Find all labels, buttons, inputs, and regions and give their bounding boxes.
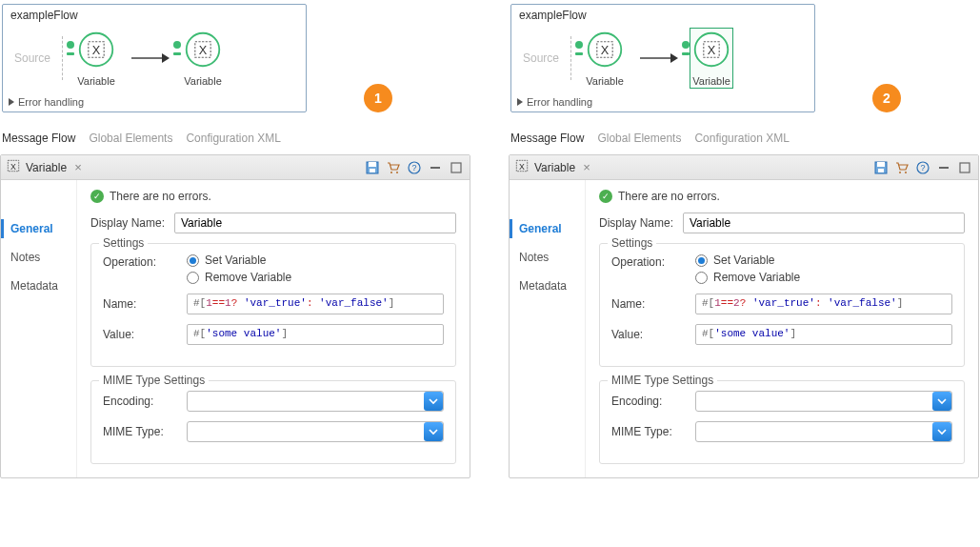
name-label: Name: (103, 297, 179, 311)
flow-node-variable-1[interactable]: X Variable (74, 28, 118, 89)
properties-title: Variable (26, 161, 67, 174)
radio-icon (187, 272, 199, 284)
tab-global-elements[interactable]: Global Elements (597, 132, 681, 145)
mimetype-label: MIME Type: (611, 425, 688, 438)
radio-icon (187, 254, 199, 267)
tab-configuration-xml[interactable]: Configuration XML (186, 132, 280, 145)
radio-remove-variable[interactable]: Remove Variable (187, 271, 291, 284)
svg-rect-18 (451, 163, 461, 172)
svg-text:X: X (519, 162, 525, 172)
flow-node-label: Variable (586, 75, 624, 87)
save-icon[interactable] (873, 160, 889, 175)
name-input[interactable]: #[1==2? 'var_true': 'var_false'] (695, 294, 952, 314)
svg-rect-30 (877, 162, 885, 167)
chevron-down-icon[interactable] (424, 422, 443, 441)
save-icon[interactable] (365, 160, 380, 175)
svg-point-33 (905, 172, 907, 173)
radio-icon (695, 272, 708, 284)
mimetype-label: MIME Type: (103, 425, 179, 438)
flow-arrow-icon (638, 51, 678, 65)
chevron-down-icon[interactable] (932, 392, 951, 411)
editor-tabs: Message Flow Global Elements Configurati… (0, 112, 470, 154)
flow-node-label: Variable (692, 75, 730, 87)
operation-label: Operation: (103, 253, 179, 269)
encoding-label: Encoding: (103, 395, 179, 408)
tab-message-flow[interactable]: Message Flow (510, 132, 584, 145)
sidebar-item-general[interactable]: General (519, 222, 575, 235)
flow-canvas: exampleFlow Source X Variable (2, 4, 307, 112)
svg-text:?: ? (411, 163, 416, 172)
sidebar-item-metadata[interactable]: Metadata (519, 279, 575, 293)
mime-legend: MIME Type Settings (608, 374, 717, 387)
mime-legend: MIME Type Settings (99, 374, 209, 387)
chevron-down-icon[interactable] (424, 392, 443, 411)
close-icon[interactable]: × (72, 160, 84, 174)
flow-node-label: Variable (184, 75, 222, 87)
svg-point-14 (396, 172, 398, 173)
variable-icon: X (515, 159, 529, 175)
value-input[interactable]: #['some value'] (695, 324, 952, 345)
help-icon[interactable]: ? (915, 160, 930, 175)
name-label: Name: (611, 297, 688, 311)
properties-header: X Variable × ? (1, 155, 470, 180)
error-handling-section[interactable]: Error handling (3, 92, 306, 110)
display-name-input[interactable] (683, 213, 965, 233)
status-row: ✓ There are no errors. (599, 190, 965, 203)
svg-text:X: X (199, 43, 208, 57)
tab-message-flow[interactable]: Message Flow (2, 132, 75, 145)
maximize-icon[interactable] (449, 160, 464, 175)
encoding-label: Encoding: (611, 395, 688, 408)
error-handling-section[interactable]: Error handling (511, 92, 814, 110)
settings-legend: Settings (608, 236, 656, 250)
radio-set-variable[interactable]: Set Variable (695, 253, 800, 267)
svg-rect-31 (878, 169, 884, 172)
mimetype-combo[interactable] (187, 421, 444, 442)
maximize-icon[interactable] (957, 160, 972, 175)
flow-node-variable-2[interactable]: X Variable (181, 28, 225, 89)
minimize-icon[interactable] (936, 160, 951, 175)
encoding-combo[interactable] (187, 391, 444, 412)
cart-icon[interactable] (894, 160, 910, 175)
properties-view: X Variable × ? General (0, 154, 470, 478)
flow-canvas: exampleFlow Source X Variable (510, 4, 815, 112)
display-name-input[interactable] (174, 213, 456, 233)
svg-rect-11 (369, 162, 376, 167)
properties-view: X Variable × ? General (509, 154, 979, 478)
chevron-right-icon (9, 98, 14, 106)
name-input[interactable]: #[1==1? 'var_true': 'var_false'] (187, 294, 444, 314)
encoding-input[interactable] (187, 391, 444, 412)
mimetype-combo[interactable] (695, 421, 952, 442)
mimetype-input[interactable] (187, 421, 444, 442)
sidebar-item-general[interactable]: General (10, 222, 67, 235)
cart-icon[interactable] (386, 160, 401, 175)
minimize-icon[interactable] (428, 160, 443, 175)
mime-fieldset: MIME Type Settings Encoding: MIME Type: (90, 380, 456, 464)
properties-header: X Variable × ? (510, 155, 978, 180)
value-label: Value: (103, 328, 179, 341)
value-input[interactable]: #['some value'] (187, 324, 444, 345)
check-icon: ✓ (90, 190, 104, 203)
radio-set-variable[interactable]: Set Variable (187, 253, 291, 267)
properties-sidebar: General Notes Metadata (510, 180, 586, 477)
status-text: There are no errors. (618, 190, 720, 203)
help-icon[interactable]: ? (407, 160, 422, 175)
radio-remove-variable[interactable]: Remove Variable (695, 271, 800, 284)
sidebar-item-notes[interactable]: Notes (10, 251, 67, 264)
editor-tabs: Message Flow Global Elements Configurati… (509, 112, 979, 154)
settings-fieldset: Settings Operation: Set Variable (90, 243, 456, 367)
chevron-down-icon[interactable] (932, 422, 951, 441)
flow-node-variable-2[interactable]: X Variable (690, 28, 733, 89)
svg-text:?: ? (920, 163, 925, 172)
flow-node-variable-1[interactable]: X Variable (583, 28, 627, 89)
sidebar-item-metadata[interactable]: Metadata (10, 279, 67, 293)
encoding-input[interactable] (695, 391, 952, 412)
tab-configuration-xml[interactable]: Configuration XML (694, 132, 789, 145)
status-row: ✓ There are no errors. (90, 190, 456, 203)
sidebar-item-notes[interactable]: Notes (519, 251, 575, 264)
close-icon[interactable]: × (581, 160, 592, 174)
svg-rect-36 (939, 167, 949, 169)
tab-global-elements[interactable]: Global Elements (89, 132, 172, 145)
svg-text:X: X (92, 43, 101, 57)
mimetype-input[interactable] (695, 421, 952, 442)
encoding-combo[interactable] (695, 391, 952, 412)
